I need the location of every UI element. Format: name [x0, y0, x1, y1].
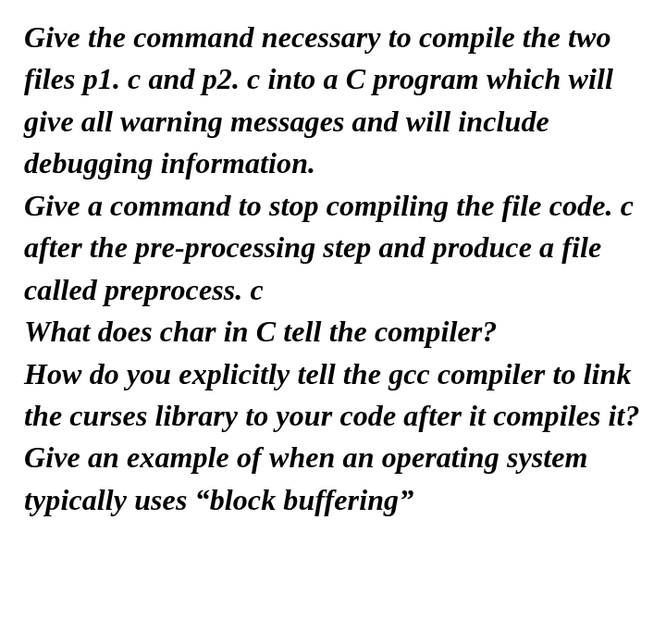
question-1: Give the command necessary to compile th… — [24, 17, 646, 185]
question-2: Give a command to stop compiling the fil… — [24, 185, 646, 311]
question-4: How do you explicitly tell the gcc compi… — [24, 353, 646, 438]
question-5: Give an example of when an operating sys… — [24, 437, 646, 521]
question-3: What does char in C tell the compiler? — [24, 311, 646, 353]
document-page: Give the command necessary to compile th… — [0, 0, 666, 644]
